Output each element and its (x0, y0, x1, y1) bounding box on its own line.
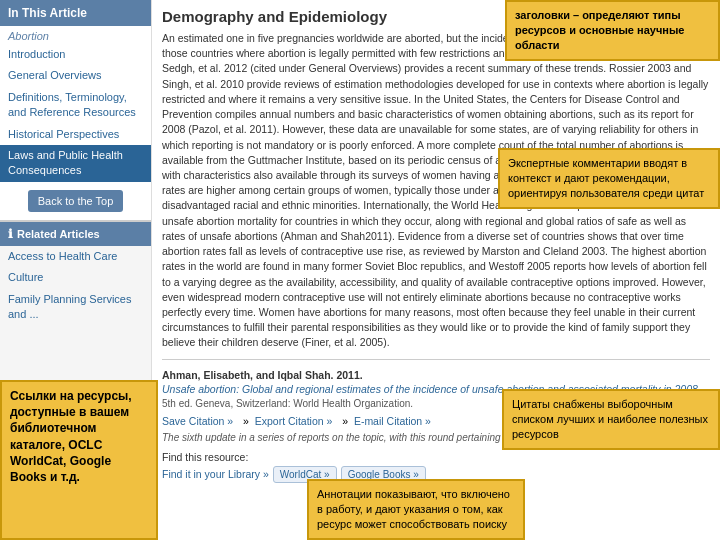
back-to-top-button[interactable]: Back to the Top (28, 190, 124, 212)
info-icon: ℹ (8, 227, 13, 241)
sidebar-link-laws[interactable]: Laws and Public Health Consequences (0, 145, 151, 182)
email-citation-link[interactable]: E-mail Citation » (354, 415, 431, 427)
related-link-culture[interactable]: Culture (0, 267, 151, 288)
callout-annotations: Аннотации показывают, что включено в раб… (307, 479, 525, 540)
citation-authors: Ahman, Elisabeth, and Iqbal Shah. 2011. (162, 368, 710, 383)
export-citation-link[interactable]: Export Citation » (255, 415, 333, 427)
page-layout: In This Article Abortion Introduction Ge… (0, 0, 720, 540)
article-title: Abortion (0, 26, 151, 44)
callout-topleft: заголовки – определяют типы ресурсов и о… (505, 0, 720, 61)
related-articles-label: Related Articles (17, 228, 100, 240)
find-resource-label: Find this resource: (162, 451, 248, 463)
related-articles-header: ℹ Related Articles (0, 222, 151, 246)
sidebar-header: In This Article (0, 0, 151, 26)
main-content: Demography and Epidemiology An estimated… (152, 0, 720, 540)
sidebar-link-historical[interactable]: Historical Perspectives (0, 124, 151, 145)
related-link-family-planning[interactable]: Family Planning Services and ... (0, 289, 151, 326)
sidebar-link-introduction[interactable]: Introduction (0, 44, 151, 65)
sidebar-link-definitions[interactable]: Definitions, Terminology, and Reference … (0, 87, 151, 124)
find-resource-section: Find this resource: Find it in your Libr… (162, 451, 710, 483)
callout-citations: Цитаты снабжены выборочным списком лучши… (502, 389, 720, 450)
save-citation-link[interactable]: Save Citation » (162, 415, 233, 427)
sidebar-link-general-overviews[interactable]: General Overviews (0, 65, 151, 86)
related-link-health-care[interactable]: Access to Health Care (0, 246, 151, 267)
callout-midright: Экспертные комментарии вводят в контекст… (498, 148, 720, 209)
find-in-library-link[interactable]: Find it in your Library » (162, 468, 269, 480)
callout-library-links: Ссылки на ресурсы, доступные в вашем биб… (0, 380, 158, 540)
